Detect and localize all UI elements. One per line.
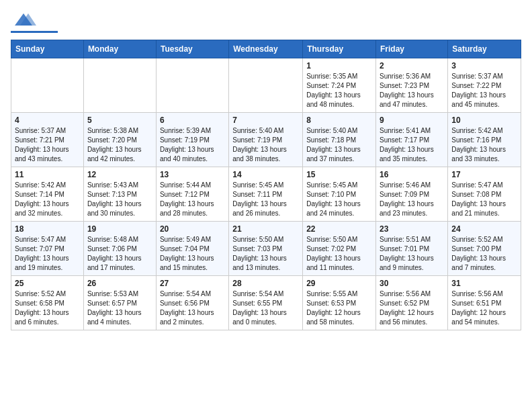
calendar-cell: 17Sunrise: 5:47 AM Sunset: 7:08 PM Dayli… [448, 167, 521, 222]
day-number: 1 [306, 61, 372, 71]
calendar-cell: 19Sunrise: 5:48 AM Sunset: 7:06 PM Dayli… [83, 222, 156, 276]
calendar-cell: 23Sunrise: 5:51 AM Sunset: 7:01 PM Dayli… [376, 222, 448, 276]
day-number: 29 [306, 279, 372, 288]
calendar-cell: 25Sunrise: 5:52 AM Sunset: 6:58 PM Dayli… [11, 276, 84, 330]
calendar-header-row: SundayMondayTuesdayWednesdayThursdayFrid… [11, 40, 521, 58]
cell-info: Sunrise: 5:35 AM Sunset: 7:24 PM Dayligh… [306, 72, 372, 109]
calendar-cell: 18Sunrise: 5:47 AM Sunset: 7:07 PM Dayli… [11, 222, 84, 276]
calendar-cell: 7Sunrise: 5:40 AM Sunset: 7:19 PM Daylig… [229, 113, 303, 167]
logo-icon [11, 11, 36, 30]
calendar-cell: 2Sunrise: 5:36 AM Sunset: 7:23 PM Daylig… [376, 58, 448, 113]
calendar-cell: 12Sunrise: 5:43 AM Sunset: 7:13 PM Dayli… [83, 167, 156, 222]
day-number: 31 [451, 279, 517, 288]
calendar-cell: 8Sunrise: 5:40 AM Sunset: 7:18 PM Daylig… [303, 113, 376, 167]
calendar-cell: 29Sunrise: 5:55 AM Sunset: 6:53 PM Dayli… [303, 276, 376, 330]
cell-info: Sunrise: 5:52 AM Sunset: 7:00 PM Dayligh… [451, 235, 517, 273]
calendar-cell: 30Sunrise: 5:56 AM Sunset: 6:52 PM Dayli… [376, 276, 448, 330]
day-number: 20 [160, 224, 225, 234]
cell-info: Sunrise: 5:54 AM Sunset: 6:55 PM Dayligh… [232, 289, 299, 327]
cell-info: Sunrise: 5:38 AM Sunset: 7:20 PM Dayligh… [87, 126, 152, 164]
day-number: 19 [87, 224, 152, 234]
week-row-3: 11Sunrise: 5:42 AM Sunset: 7:14 PM Dayli… [11, 167, 521, 222]
calendar-cell [83, 58, 156, 113]
cell-info: Sunrise: 5:48 AM Sunset: 7:06 PM Dayligh… [87, 235, 152, 273]
day-number: 30 [380, 279, 444, 288]
day-number: 12 [87, 170, 152, 179]
calendar-cell: 11Sunrise: 5:42 AM Sunset: 7:14 PM Dayli… [11, 167, 84, 222]
day-number: 28 [232, 279, 299, 288]
week-row-4: 18Sunrise: 5:47 AM Sunset: 7:07 PM Dayli… [11, 222, 521, 276]
cell-info: Sunrise: 5:42 AM Sunset: 7:16 PM Dayligh… [451, 126, 517, 164]
cell-info: Sunrise: 5:45 AM Sunset: 7:10 PM Dayligh… [306, 181, 372, 218]
day-number: 9 [380, 116, 444, 125]
cell-info: Sunrise: 5:39 AM Sunset: 7:19 PM Dayligh… [160, 126, 225, 164]
week-row-1: 1Sunrise: 5:35 AM Sunset: 7:24 PM Daylig… [11, 58, 521, 113]
calendar-cell: 4Sunrise: 5:37 AM Sunset: 7:21 PM Daylig… [11, 113, 84, 167]
calendar-cell: 3Sunrise: 5:37 AM Sunset: 7:22 PM Daylig… [448, 58, 521, 113]
cell-info: Sunrise: 5:36 AM Sunset: 7:23 PM Dayligh… [380, 72, 444, 109]
cell-info: Sunrise: 5:53 AM Sunset: 6:57 PM Dayligh… [87, 289, 152, 327]
day-number: 11 [15, 170, 80, 179]
cell-info: Sunrise: 5:56 AM Sunset: 6:52 PM Dayligh… [380, 289, 444, 327]
calendar-cell [229, 58, 303, 113]
calendar-cell: 10Sunrise: 5:42 AM Sunset: 7:16 PM Dayli… [448, 113, 521, 167]
calendar-cell: 20Sunrise: 5:49 AM Sunset: 7:04 PM Dayli… [156, 222, 228, 276]
cell-info: Sunrise: 5:42 AM Sunset: 7:14 PM Dayligh… [15, 181, 80, 218]
cell-info: Sunrise: 5:43 AM Sunset: 7:13 PM Dayligh… [87, 181, 152, 218]
cell-info: Sunrise: 5:46 AM Sunset: 7:09 PM Dayligh… [380, 181, 444, 218]
day-number: 8 [306, 116, 372, 125]
cell-info: Sunrise: 5:51 AM Sunset: 7:01 PM Dayligh… [380, 235, 444, 273]
calendar-cell: 28Sunrise: 5:54 AM Sunset: 6:55 PM Dayli… [229, 276, 303, 330]
cell-info: Sunrise: 5:40 AM Sunset: 7:19 PM Dayligh… [232, 126, 299, 164]
calendar-cell: 15Sunrise: 5:45 AM Sunset: 7:10 PM Dayli… [303, 167, 376, 222]
day-number: 10 [451, 116, 517, 125]
cell-info: Sunrise: 5:50 AM Sunset: 7:02 PM Dayligh… [306, 235, 372, 273]
cell-info: Sunrise: 5:47 AM Sunset: 7:07 PM Dayligh… [15, 235, 80, 273]
cell-info: Sunrise: 5:49 AM Sunset: 7:04 PM Dayligh… [160, 235, 225, 273]
cell-info: Sunrise: 5:40 AM Sunset: 7:18 PM Dayligh… [306, 126, 372, 164]
day-number: 23 [380, 224, 444, 234]
day-number: 26 [87, 279, 152, 288]
day-number: 6 [160, 116, 225, 125]
day-header-tuesday: Tuesday [156, 40, 228, 58]
calendar-cell: 24Sunrise: 5:52 AM Sunset: 7:00 PM Dayli… [448, 222, 521, 276]
week-row-2: 4Sunrise: 5:37 AM Sunset: 7:21 PM Daylig… [11, 113, 521, 167]
cell-info: Sunrise: 5:55 AM Sunset: 6:53 PM Dayligh… [306, 289, 372, 327]
week-row-5: 25Sunrise: 5:52 AM Sunset: 6:58 PM Dayli… [11, 276, 521, 330]
calendar-cell: 16Sunrise: 5:46 AM Sunset: 7:09 PM Dayli… [376, 167, 448, 222]
calendar-cell: 1Sunrise: 5:35 AM Sunset: 7:24 PM Daylig… [303, 58, 376, 113]
cell-info: Sunrise: 5:37 AM Sunset: 7:21 PM Dayligh… [15, 126, 80, 164]
cell-info: Sunrise: 5:54 AM Sunset: 6:56 PM Dayligh… [160, 289, 225, 327]
calendar-cell [11, 58, 84, 113]
day-number: 17 [451, 170, 517, 179]
calendar-cell: 22Sunrise: 5:50 AM Sunset: 7:02 PM Dayli… [303, 222, 376, 276]
day-number: 3 [451, 61, 517, 71]
calendar-cell: 14Sunrise: 5:45 AM Sunset: 7:11 PM Dayli… [229, 167, 303, 222]
cell-info: Sunrise: 5:41 AM Sunset: 7:17 PM Dayligh… [380, 126, 444, 164]
calendar-cell: 21Sunrise: 5:50 AM Sunset: 7:03 PM Dayli… [229, 222, 303, 276]
cell-info: Sunrise: 5:37 AM Sunset: 7:22 PM Dayligh… [451, 72, 517, 109]
day-number: 7 [232, 116, 299, 125]
day-number: 2 [380, 61, 444, 71]
calendar-cell: 31Sunrise: 5:56 AM Sunset: 6:51 PM Dayli… [448, 276, 521, 330]
cell-info: Sunrise: 5:56 AM Sunset: 6:51 PM Dayligh… [451, 289, 517, 327]
calendar-cell: 27Sunrise: 5:54 AM Sunset: 6:56 PM Dayli… [156, 276, 228, 330]
calendar-cell: 5Sunrise: 5:38 AM Sunset: 7:20 PM Daylig… [83, 113, 156, 167]
day-number: 5 [87, 116, 152, 125]
day-header-thursday: Thursday [303, 40, 376, 58]
day-number: 14 [232, 170, 299, 179]
cell-info: Sunrise: 5:52 AM Sunset: 6:58 PM Dayligh… [15, 289, 80, 327]
calendar-cell [156, 58, 228, 113]
day-header-monday: Monday [83, 40, 156, 58]
calendar-cell: 26Sunrise: 5:53 AM Sunset: 6:57 PM Dayli… [83, 276, 156, 330]
logo [11, 11, 58, 33]
day-number: 13 [160, 170, 225, 179]
day-header-sunday: Sunday [11, 40, 84, 58]
calendar-cell: 13Sunrise: 5:44 AM Sunset: 7:12 PM Dayli… [156, 167, 228, 222]
cell-info: Sunrise: 5:45 AM Sunset: 7:11 PM Dayligh… [232, 181, 299, 218]
calendar-cell: 6Sunrise: 5:39 AM Sunset: 7:19 PM Daylig… [156, 113, 228, 167]
day-number: 22 [306, 224, 372, 234]
logo-underline [11, 31, 58, 33]
calendar-table: SundayMondayTuesdayWednesdayThursdayFrid… [11, 40, 521, 330]
day-number: 18 [15, 224, 80, 234]
